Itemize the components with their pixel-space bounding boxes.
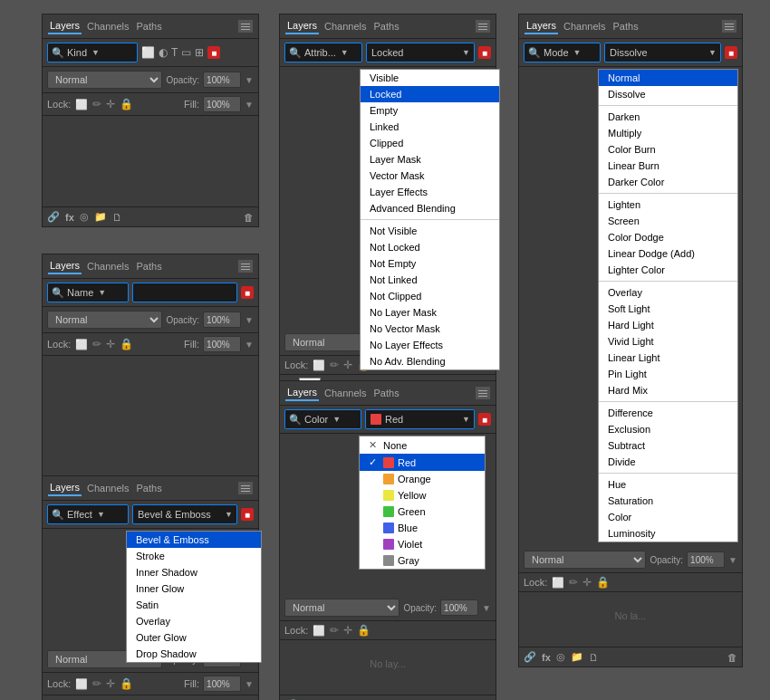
mode-vivid-light[interactable]: Vivid Light [599,333,737,350]
mode-normal[interactable]: Normal [599,70,737,86]
opacity-arrow-5[interactable]: ▼ [482,603,491,613]
fill-value-1[interactable] [203,96,241,112]
color-option-none[interactable]: ✕ None [360,436,485,454]
color-option-red[interactable]: ✓ Red [360,454,485,471]
attr-option-empty[interactable]: Empty [361,102,499,119]
footer-link-icon-1[interactable]: 🔗 [47,211,60,223]
mode-value-box[interactable]: Dissolve ▼ [604,43,721,62]
mode-exclusion[interactable]: Exclusion [599,421,737,437]
fill-value-2[interactable] [203,336,241,352]
mode-linear-dodge[interactable]: Linear Dodge (Add) [599,245,737,262]
lock-transparent-icon-3[interactable]: ⬜ [75,678,88,690]
footer-link-icon-6[interactable]: 🔗 [524,651,536,663]
opacity-value-5[interactable] [440,599,478,616]
mode-luminosity[interactable]: Luminosity [599,525,737,542]
tab-layers-2[interactable]: Layers [48,258,82,274]
mode-lighter-color[interactable]: Lighter Color [599,262,737,278]
footer-circle-icon-6[interactable]: ◎ [556,651,565,663]
effect-option-drop-shadow[interactable]: Drop Shadow [127,646,261,662]
tab-paths-4[interactable]: Paths [372,19,401,34]
mode-darken[interactable]: Darken [599,109,737,125]
tab-channels-4[interactable]: Channels [322,19,368,34]
fill-arrow-2[interactable]: ▼ [245,340,254,350]
attr-option-no-adv-blending[interactable]: No Adv. Blending [361,353,499,369]
lock-brush-icon-6[interactable]: ✏ [569,576,578,589]
mode-saturation[interactable]: Saturation [599,493,737,509]
lock-brush-icon-2[interactable]: ✏ [92,338,101,350]
mode-divide[interactable]: Divide [599,454,737,470]
attr-option-layer-mask[interactable]: Layer Mask [361,151,499,168]
footer-folder-icon-6[interactable]: 📁 [571,651,583,663]
lock-brush-icon[interactable]: ✏ [92,98,101,110]
effect-value-box[interactable]: Bevel & Emboss ▼ [132,504,237,524]
tab-layers-1[interactable]: Layers [48,18,82,34]
mode-multiply[interactable]: Multiply [599,125,737,141]
panel-menu-3[interactable] [238,482,253,494]
tab-paths-1[interactable]: Paths [135,19,164,34]
panel-menu-4[interactable] [476,20,490,33]
filter-adjust-icon[interactable]: ◐ [159,46,168,59]
lock-all-icon-6[interactable]: 🔒 [596,576,610,589]
opacity-value-6[interactable] [687,551,725,568]
color-option-orange[interactable]: Orange [360,471,485,487]
footer-circle-icon-1[interactable]: ◎ [80,211,89,223]
tab-channels-1[interactable]: Channels [85,19,130,34]
lock-position-icon-5[interactable]: ✛ [343,624,352,637]
lock-transparent-icon-2[interactable]: ⬜ [75,339,88,350]
tab-paths-3[interactable]: Paths [135,481,164,495]
attr-option-no-vector-mask[interactable]: No Vector Mask [361,321,499,337]
blend-mode-1[interactable]: Normal [47,71,162,89]
color-value-box[interactable]: Red ▼ [365,409,475,429]
mode-darker-color[interactable]: Darker Color [599,174,737,190]
mode-dissolve[interactable]: Dissolve [599,86,737,102]
opacity-arrow-2[interactable]: ▼ [245,315,254,325]
opacity-arrow-6[interactable]: ▼ [728,555,737,565]
color-option-green[interactable]: Green [360,503,485,520]
mode-dropdown[interactable]: Normal Dissolve Darken Multiply Color Bu… [598,69,738,542]
panel-menu-5[interactable] [476,387,490,399]
footer-fx-icon-6[interactable]: fx [542,652,551,663]
tab-layers-3[interactable]: Layers [48,480,82,496]
color-option-violet[interactable]: Violet [360,536,485,552]
footer-page-icon-6[interactable]: 🗋 [589,652,599,663]
effect-option-stroke[interactable]: Stroke [127,548,261,564]
mode-linear-burn[interactable]: Linear Burn [599,158,737,174]
lock-transparent-icon-5[interactable]: ⬜ [313,625,325,637]
attr-option-linked[interactable]: Linked [361,119,499,135]
attr-option-clipped[interactable]: Clipped [361,135,499,151]
filter-box-6[interactable]: 🔍 Mode ▼ [524,43,601,62]
effect-option-inner-glow[interactable]: Inner Glow [127,580,261,597]
filter-smart-icon[interactable]: ⊞ [195,46,204,59]
filter-toggle-1[interactable]: ■ [207,46,220,59]
panel-menu-2[interactable] [238,260,253,273]
tab-channels-5[interactable]: Channels [322,386,368,400]
opacity-value-1[interactable] [203,72,241,88]
tab-channels-3[interactable]: Channels [85,481,130,495]
panel-menu-1[interactable] [238,20,253,33]
color-option-blue[interactable]: Blue [360,520,485,536]
mode-subtract[interactable]: Subtract [599,437,737,454]
attribute-dropdown[interactable]: Visible Locked Empty Linked Clipped Laye… [360,69,500,370]
footer-trash-icon-6[interactable]: 🗑 [727,652,737,663]
mode-linear-light[interactable]: Linear Light [599,350,737,366]
lock-position-icon-4[interactable]: ✛ [343,359,352,371]
opacity-value-2[interactable] [203,312,241,328]
attr-option-not-clipped[interactable]: Not Clipped [361,288,499,304]
lock-brush-icon-3[interactable]: ✏ [92,677,101,690]
mode-screen[interactable]: Screen [599,213,737,229]
panel-menu-6[interactable] [722,20,736,33]
mode-color-dodge[interactable]: Color Dodge [599,229,737,245]
filter-text-icon[interactable]: T [171,46,178,59]
attr-option-not-locked[interactable]: Not Locked [361,239,499,255]
lock-transparent-icon-6[interactable]: ⬜ [552,577,564,589]
attr-option-no-layer-effects[interactable]: No Layer Effects [361,337,499,353]
tab-layers-6[interactable]: Layers [525,18,558,34]
effect-dropdown[interactable]: Bevel & Emboss Stroke Inner Shadow Inner… [126,531,262,663]
filter-toggle-4[interactable]: ■ [478,46,491,59]
effect-option-satin[interactable]: Satin [127,597,261,613]
fill-arrow-1[interactable]: ▼ [245,100,254,110]
filter-pixel-icon[interactable]: ⬜ [141,46,155,59]
blend-mode-6[interactable]: Normal [524,551,646,569]
footer-trash-icon-1[interactable]: 🗑 [244,212,254,223]
footer-page-icon-1[interactable]: 🗋 [112,212,122,223]
